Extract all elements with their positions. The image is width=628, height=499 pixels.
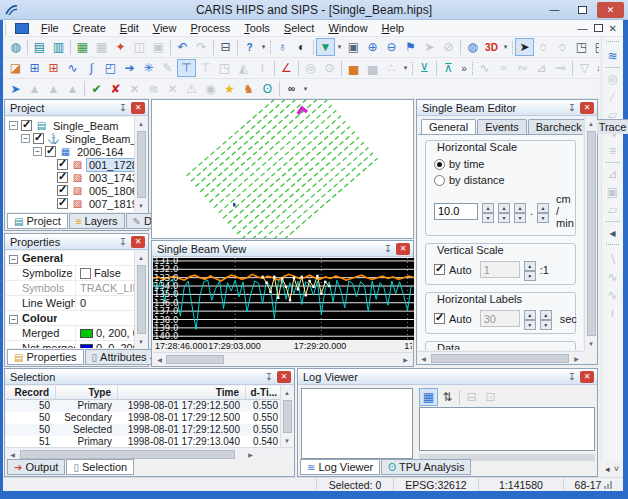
tree-expander-icon[interactable]: − <box>21 134 30 143</box>
reject-mean-icon[interactable]: ✕ <box>125 80 144 98</box>
curve2-icon[interactable]: ∿ <box>603 268 622 286</box>
add-line-alt-icon[interactable]: ⊞ <box>44 59 63 77</box>
zoom-out-icon[interactable]: ⊖ <box>382 38 401 56</box>
histogram-disabled-icon[interactable]: ▅ <box>363 59 382 77</box>
node-disabled-icon[interactable]: ⊸ <box>551 59 570 77</box>
save-icon[interactable]: ◫ <box>130 38 149 56</box>
link-disabled-icon[interactable]: ⊿ <box>532 59 551 77</box>
lasso-cursor-icon[interactable]: ◌ <box>553 38 572 56</box>
rect-select-alt-icon[interactable]: ◰ <box>591 38 599 56</box>
flip-disabled-icon[interactable]: ▽ <box>575 59 594 77</box>
tree-checkbox[interactable] <box>57 185 68 196</box>
toolbar-overflow-icon[interactable]: » <box>594 63 599 74</box>
target-icon[interactable]: ◎ <box>603 70 622 88</box>
filter-check-icon[interactable]: ⊻ <box>415 59 434 77</box>
tree-checkbox[interactable] <box>21 120 32 131</box>
help-icon[interactable]: ? <box>240 38 259 56</box>
dropdown-arrow-icon[interactable]: ▾ <box>259 43 268 51</box>
star-icon[interactable]: ★ <box>220 80 239 98</box>
globe-dark-icon[interactable]: ◐ <box>292 38 311 56</box>
accept-icon[interactable]: ✔ <box>87 80 106 98</box>
table-row[interactable]: 50Selected1998-08-01 17:29:12.5000.55010… <box>6 424 280 436</box>
survey-lines-map[interactable] <box>152 100 413 238</box>
menu-edit[interactable]: Edit <box>113 21 146 35</box>
lasso-icon[interactable]: ◌ <box>534 38 553 56</box>
filter-color-icon[interactable]: ⊼ <box>439 59 458 77</box>
pin-icon[interactable]: ↧ <box>117 102 129 113</box>
collapse-icon[interactable]: ◂ <box>603 224 622 242</box>
editor-tab-general[interactable]: General <box>421 119 476 134</box>
tree-item-2006-164[interactable]: −▦2006-164 <box>9 145 134 158</box>
histogram-icon[interactable]: ▅ <box>344 59 363 77</box>
pin-icon[interactable]: ↧ <box>263 371 275 382</box>
tide-icon[interactable]: ⊤ <box>177 59 196 77</box>
copy2-icon[interactable]: ▣ <box>603 183 622 201</box>
tree-item-single_beam[interactable]: −▤Single_Beam <box>9 119 134 132</box>
properties-tab-properties[interactable]: ▤Properties <box>7 349 84 365</box>
globe-icon[interactable]: ♁ <box>273 38 292 56</box>
tree-expander-icon[interactable]: − <box>9 121 18 130</box>
bottom-tab-output[interactable]: ➔Output <box>7 459 65 475</box>
selection-vscrollbar[interactable]: ▲▼ <box>280 386 293 447</box>
by-distance-radio[interactable] <box>434 175 445 186</box>
select-cursor-icon[interactable]: ➤ <box>515 38 534 56</box>
spline-icon[interactable]: ∫ <box>82 59 101 77</box>
view-3d-icon[interactable]: 3D <box>482 38 501 56</box>
hlabels-auto-checkbox[interactable] <box>434 313 445 324</box>
tree-checkbox[interactable] <box>57 159 68 170</box>
digit-spinner[interactable]: ▲▼ <box>514 203 526 220</box>
menu-view[interactable]: View <box>146 21 184 35</box>
tree-item-007_1819[interactable]: ▨007_1819 <box>9 197 134 210</box>
pin-icon[interactable]: ↧ <box>117 236 129 247</box>
eraser-icon[interactable]: ◪ <box>6 59 25 77</box>
column-header-dti[interactable]: d-Ti... <box>246 386 280 399</box>
critter-icon[interactable]: ♞ <box>239 80 258 98</box>
log-tab-log-viewer[interactable]: ≋Log Viewer <box>300 459 380 475</box>
angle-icon[interactable]: ∠ <box>277 59 296 77</box>
dock-tab-scroller[interactable]: ◂˅ <box>601 461 623 477</box>
zoom-area-icon[interactable]: ▣ <box>344 38 363 56</box>
project-tree-scrollbar[interactable]: ▲▼ <box>134 117 147 212</box>
hscale-value-input[interactable] <box>434 203 478 220</box>
scatter-disabled-icon[interactable]: ∴ <box>382 59 401 77</box>
property-row-merged[interactable]: Merged0, 200, 0 <box>6 326 134 341</box>
property-row-symbols[interactable]: SymbolsTRACK_LINE <box>6 281 134 296</box>
cone-icon[interactable]: ▲ <box>25 80 44 98</box>
print-log-icon[interactable]: ⊟ <box>462 388 481 406</box>
selection-table[interactable]: RecordTypeTimed-Ti...Approx. F50Primary1… <box>6 386 280 447</box>
tree-item-003_1743[interactable]: ▨003_1743 <box>9 171 134 184</box>
reject-icon[interactable]: ✘ <box>106 80 125 98</box>
probe-icon[interactable]: ≀ <box>253 59 272 77</box>
tree-checkbox[interactable] <box>57 172 68 183</box>
line-tool-icon[interactable]: ∕ <box>603 88 622 106</box>
copy-icon[interactable]: ▣ <box>149 38 168 56</box>
rings-alt-icon[interactable]: ⊙ <box>320 59 339 77</box>
property-row-not-merged[interactable]: Not merged0, 0, 200 <box>6 341 134 348</box>
close-icon[interactable]: ✕ <box>580 102 594 114</box>
rect-select-icon[interactable]: ◳ <box>572 38 591 56</box>
log-detail[interactable] <box>419 407 595 451</box>
editor-vscrollbar[interactable]: ▲▼ <box>584 117 597 350</box>
sort-az-icon[interactable]: ⇅ <box>438 388 457 406</box>
dropdown-arrow-icon[interactable]: ▾ <box>301 85 310 93</box>
plot-hscrollbar[interactable]: ◀▶ <box>153 352 412 365</box>
property-group-colour[interactable]: −Colour <box>6 311 134 326</box>
hlabels-value-input[interactable] <box>480 310 520 327</box>
print-icon[interactable]: ⊟ <box>216 38 235 56</box>
mdi-minimize-button[interactable]: — <box>578 23 588 34</box>
table-row[interactable]: 51Primary1998-08-01 17:29:13.0400.540109… <box>6 436 280 447</box>
dropdown-arrow-icon[interactable]: ▾ <box>501 43 510 51</box>
tree-item-001_1728[interactable]: ▨001_1728 <box>9 158 134 171</box>
zoom-prev-icon[interactable]: ⊘ <box>439 38 458 56</box>
sphere-icon[interactable]: ◍ <box>463 38 482 56</box>
pencil-icon[interactable]: ✎ <box>158 59 177 77</box>
menu-window[interactable]: Window <box>321 21 374 35</box>
maximize-button[interactable] <box>569 2 596 18</box>
query-cursor-icon[interactable]: ➤ <box>6 80 25 98</box>
mdi-close-button[interactable]: ✕ <box>609 23 617 34</box>
menu-select[interactable]: Select <box>277 21 322 35</box>
curve3-icon[interactable]: ∿ <box>603 286 622 304</box>
open-session-icon[interactable]: ▥ <box>49 38 68 56</box>
project-tab-project[interactable]: ▤Project <box>7 213 68 229</box>
peak-icon[interactable]: ◭ <box>234 59 253 77</box>
